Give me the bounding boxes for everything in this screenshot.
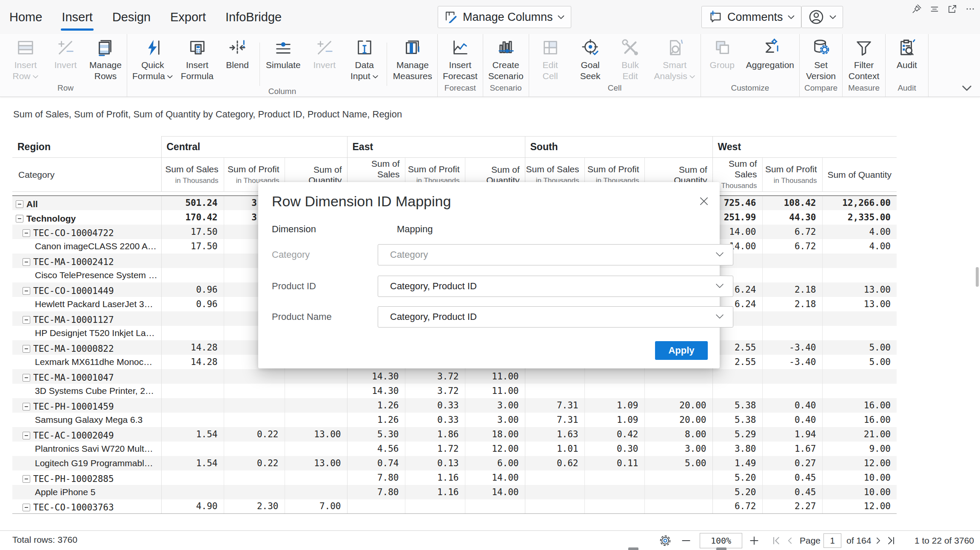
value-cell[interactable]	[644, 369, 712, 384]
value-cell[interactable]: 4.00	[822, 225, 897, 239]
value-cell[interactable]: 1.09	[584, 398, 644, 413]
next-page-button[interactable]	[874, 531, 883, 550]
row-label-cell[interactable]: Cisco TelePresence System …	[12, 268, 161, 282]
value-cell[interactable]	[762, 326, 822, 340]
table-settings-gear-icon[interactable]	[658, 531, 672, 550]
value-cell[interactable]: 44.30	[762, 210, 822, 225]
value-cell[interactable]	[224, 384, 285, 398]
value-cell[interactable]: 11.00	[465, 369, 525, 384]
row-label-cell[interactable]: Apple iPhone 5	[12, 485, 161, 499]
value-cell[interactable]: 6.00	[465, 456, 525, 470]
row-label-cell[interactable]: All	[12, 196, 161, 210]
value-cell[interactable]	[712, 369, 762, 384]
value-cell[interactable]: 12.00	[822, 456, 897, 470]
collapse-toggle-icon[interactable]	[23, 316, 30, 324]
row-label-cell[interactable]: TEC-AC-10002049	[12, 427, 161, 442]
value-cell[interactable]: 725.46	[712, 196, 762, 210]
account-button[interactable]	[801, 6, 843, 28]
pin-icon[interactable]	[911, 3, 922, 14]
value-cell[interactable]	[285, 413, 347, 427]
collapse-toggle-icon[interactable]	[23, 475, 30, 483]
value-cell[interactable]	[822, 311, 897, 326]
value-cell[interactable]: 12.00	[822, 499, 897, 514]
zoom-in-button[interactable]	[749, 531, 760, 550]
value-cell[interactable]: 20.00	[644, 413, 712, 427]
value-cell[interactable]	[712, 384, 762, 398]
row-label-cell[interactable]: TEC-CO-10003763	[12, 499, 161, 514]
value-cell[interactable]: 6.72	[762, 225, 822, 239]
row-label-cell[interactable]: TEC-MA-10000822	[12, 340, 161, 355]
value-cell[interactable]: 2.18	[762, 282, 822, 297]
value-cell[interactable]	[161, 369, 224, 384]
value-cell[interactable]	[161, 470, 224, 485]
ribbon-simulate-button[interactable]: Simulate	[262, 38, 305, 71]
tab-infobridge[interactable]: InfoBridge	[225, 0, 282, 34]
value-cell[interactable]: 1.86	[405, 427, 465, 442]
value-cell[interactable]: 13.00	[285, 456, 347, 470]
value-cell[interactable]: 14.28	[161, 355, 224, 369]
value-cell[interactable]: 2.55	[712, 340, 762, 355]
tab-export[interactable]: Export	[170, 0, 206, 34]
value-cell[interactable]: 0.74	[347, 456, 405, 470]
close-icon[interactable]	[698, 196, 709, 207]
value-cell[interactable]	[161, 326, 224, 340]
last-page-button[interactable]	[886, 531, 897, 550]
previous-page-button[interactable]	[785, 531, 795, 550]
value-cell[interactable]: 1.26	[347, 398, 405, 413]
zoom-out-button[interactable]	[681, 531, 692, 550]
value-cell[interactable]	[161, 311, 224, 326]
value-cell[interactable]: 5.00	[822, 340, 897, 355]
value-cell[interactable]: 0.96	[161, 297, 224, 311]
value-cell[interactable]: 20.00	[644, 398, 712, 413]
value-cell[interactable]: -3.40	[762, 340, 822, 355]
value-cell[interactable]: 7.31	[525, 413, 584, 427]
value-cell[interactable]: 8.00	[644, 427, 712, 442]
value-cell[interactable]: 4.00	[822, 239, 897, 254]
value-cell[interactable]	[285, 398, 347, 413]
value-cell[interactable]	[712, 326, 762, 340]
value-cell[interactable]: 16.00	[822, 398, 897, 413]
value-cell[interactable]: 7.80	[347, 470, 405, 485]
row-label-cell[interactable]: TEC-PH-10001459	[12, 398, 161, 413]
value-cell[interactable]: 1.94	[762, 427, 822, 442]
row-label-cell[interactable]: TEC-CO-10001449	[12, 282, 161, 297]
value-cell[interactable]: 0.45	[762, 470, 822, 485]
value-cell[interactable]: 12.00	[465, 442, 525, 456]
value-cell[interactable]: 6.72	[762, 239, 822, 254]
value-cell[interactable]: 2,335.00	[822, 210, 897, 225]
row-label-cell[interactable]: Samsung Galaxy Mega 6.3	[12, 413, 161, 427]
value-cell[interactable]	[644, 499, 712, 514]
value-cell[interactable]	[161, 442, 224, 456]
apply-button[interactable]: Apply	[655, 341, 708, 360]
value-cell[interactable]	[465, 499, 525, 514]
value-cell[interactable]: 3.00	[465, 413, 525, 427]
value-cell[interactable]: 14.30	[347, 384, 405, 398]
collapse-toggle-icon[interactable]	[16, 200, 23, 208]
value-cell[interactable]: 0.40	[762, 398, 822, 413]
value-cell[interactable]	[525, 470, 584, 485]
value-cell[interactable]: 21.00	[822, 427, 897, 442]
ribbon-audit-button[interactable]: Audit	[887, 38, 927, 71]
row-label-cell[interactable]: TEC-CO-10004722	[12, 225, 161, 239]
collapse-toggle-icon[interactable]	[23, 504, 30, 511]
value-cell[interactable]	[525, 499, 584, 514]
ribbon-goal-seek-button[interactable]: GoalSeek	[570, 38, 610, 82]
value-cell[interactable]: 1.49	[712, 456, 762, 470]
row-label-cell[interactable]: TEC-MA-10001047	[12, 369, 161, 384]
ribbon-filter-context-button[interactable]: FilterContext	[844, 38, 884, 82]
value-cell[interactable]	[224, 470, 285, 485]
value-cell[interactable]: 12,266.00	[822, 196, 897, 210]
value-cell[interactable]: 3.80	[712, 442, 762, 456]
value-cell[interactable]	[762, 369, 822, 384]
value-cell[interactable]: 2.55	[712, 355, 762, 369]
value-cell[interactable]: 1.63	[525, 427, 584, 442]
row-label-cell[interactable]: TEC-MA-10002412	[12, 254, 161, 268]
ribbon-insert-forecast-button[interactable]: InsertForecast	[439, 38, 481, 82]
value-cell[interactable]: 5.38	[712, 398, 762, 413]
value-cell[interactable]: 18.00	[465, 427, 525, 442]
ribbon-create-scenario-button[interactable]: CreateScenario	[484, 38, 527, 82]
value-cell[interactable]: 0.45	[762, 485, 822, 499]
value-cell[interactable]: 10.00	[822, 485, 897, 499]
value-cell[interactable]	[762, 254, 822, 268]
value-cell[interactable]	[822, 268, 897, 282]
